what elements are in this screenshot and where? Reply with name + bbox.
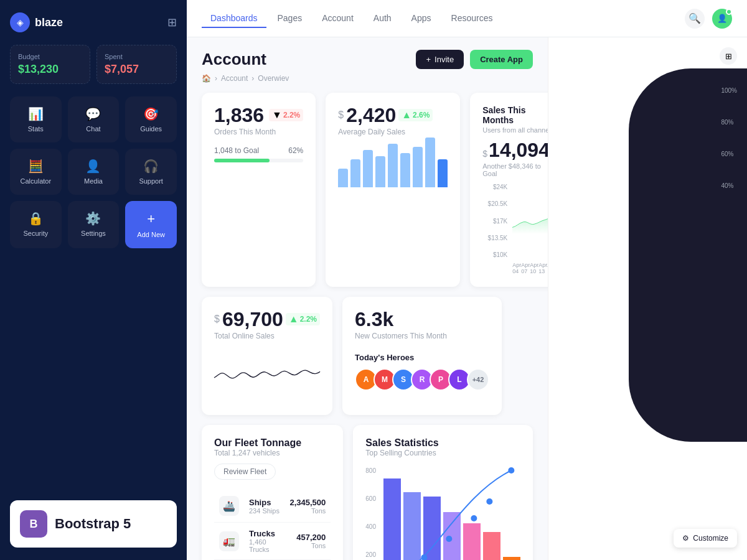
sidebar-item-support[interactable]: 🎧 Support [125,149,177,195]
fleet-section: Our Fleet Tonnage Total 1,247 vehicles R… [202,425,343,560]
orders-card: 1,836 ▼ 2.2% Orders This Month 1,048 to … [202,93,316,287]
dashboard: Account + Invite Create App 🏠 › Account … [187,37,548,560]
svg-point-1 [421,554,428,560]
sidebar-item-settings[interactable]: ⚙️ Settings [68,201,120,248]
bootstrap-badge: B Bootstrap 5 [10,500,177,548]
customize-button[interactable]: ⚙ Customize [674,529,737,548]
daily-sales-badge: ▲ 2.6% [398,109,433,121]
x-label-2: Apr 07 [521,262,530,274]
mini-bar-5 [400,153,410,187]
progress-bar-bg [214,159,303,162]
nav-link-auth[interactable]: Auth [365,9,400,28]
chart-panel-content: ⊞ 100% 80% 60% 40% ⚙ Customize [548,37,747,560]
online-sales-change: 2.2% [300,315,317,324]
trucks-unit: Tons [289,542,326,549]
logo-text: blaze [35,16,63,29]
sidebar-menu-icon[interactable]: ⊞ [167,16,177,29]
bootstrap-label: Bootstrap 5 [55,516,131,532]
nav-link-account[interactable]: Account [313,9,362,28]
daily-sales-label: Average Daily Sales [338,128,448,136]
avatar-indicator [726,9,732,15]
ships-icon: 🚢 [219,496,239,516]
sales-month-prefix: $ [482,149,487,159]
sidebar-item-stats[interactable]: 📊 Stats [10,96,62,142]
ships-name: Ships [249,498,280,507]
sidebar-item-media[interactable]: 👤 Media [68,149,120,195]
sales-month-card: Sales This Months Users from all channel… [470,93,548,287]
mini-bar-4 [388,144,398,187]
sidebar-item-add-new[interactable]: + Add New [125,201,177,248]
media-label: Media [84,177,103,185]
sales-month-title: Sales This Months [482,105,548,125]
mini-bar-7 [425,138,435,187]
y-label-5: $10K [482,251,507,258]
sidebar-item-calculator[interactable]: 🧮 Calculator [10,149,62,195]
review-fleet-button[interactable]: Review Fleet [214,464,276,480]
customize-icon: ⚙ [682,534,689,543]
spent-value: $7,057 [105,63,169,76]
pct-labels: 100% 80% 60% 40% [721,87,737,189]
breadcrumb: 🏠 › Account › Overwiev [202,74,533,83]
guides-label: Guides [140,125,162,133]
mini-bar-chart [338,144,448,187]
settings-label: Settings [81,230,106,237]
breadcrumb-sep2: › [251,74,254,83]
stats-label: Stats [28,125,44,133]
mini-bar-2 [363,150,373,187]
search-button[interactable]: 🔍 [685,9,705,29]
sales-stats-sub: Top Selling Countries [365,449,520,457]
online-sales-arrow: ▲ [289,314,299,325]
nav-link-apps[interactable]: Apps [403,9,440,28]
mini-bar-8 [438,159,448,187]
nav-link-dashboards[interactable]: Dashboards [202,9,266,28]
ships-value: 2,345,500 [289,498,326,507]
chart-icon-1[interactable]: ⊞ [720,47,737,65]
trucks-icon: 🚛 [219,531,239,551]
create-app-button[interactable]: Create App [470,50,533,69]
settings-icon: ⚙️ [85,211,101,226]
bar-y-800: 800 [365,467,376,474]
hero-avatar-count: +42 [467,368,489,391]
goal-pct: 62% [288,146,303,155]
fleet-title: Our Fleet Tonnage [214,437,331,449]
ships-sub: 234 Ships [249,507,280,515]
invite-button[interactable]: + Invite [416,50,464,69]
chat-label: Chat [86,125,100,133]
daily-sales-change: 2.6% [413,111,430,119]
online-sales-prefix: $ [214,314,220,325]
daily-sales-arrow: ▲ [402,110,411,121]
sidebar-item-chat[interactable]: 💬 Chat [68,96,120,142]
security-icon: 🔒 [28,211,44,226]
nav-link-resources[interactable]: Resources [443,9,502,28]
heroes-title: Today's Heroes [355,353,489,362]
mini-bar-1 [350,159,360,187]
progress-section: 1,048 to Goal 62% [214,146,303,162]
mini-bar-0 [338,169,348,187]
sidebar-item-guides[interactable]: 🎯 Guides [125,96,177,142]
user-avatar[interactable]: 👤 [712,9,732,29]
mini-bar-6 [413,147,423,187]
x-label-4: Apr 13 [538,262,547,274]
budget-card: Budget $13,230 [10,45,90,84]
sales-month-goal: Another $48,346 to Goal [482,162,548,177]
orders-label: Orders This Month [214,128,303,136]
orders-change: 2.2% [283,111,300,119]
chart-panel: ⊞ 100% 80% 60% 40% ⚙ Customize [548,37,747,560]
empty-col [512,297,533,415]
nav-link-pages[interactable]: Pages [269,9,311,28]
calculator-label: Calculator [21,177,52,185]
orders-value: 1,836 [214,105,264,125]
sales-bar-chart: 800 600 400 200 [365,467,520,560]
spent-label: Spent [105,53,169,60]
pct-80: 80% [721,119,737,126]
y-label-4: $13.5K [482,235,507,241]
add-new-icon: + [147,211,155,227]
sales-statistics-card: Sales Statistics Top Selling Countries 8… [353,425,533,560]
breadcrumb-home: 🏠 [202,74,211,83]
sidebar-item-security[interactable]: 🔒 Security [10,201,62,248]
page-actions: + Invite Create App [416,50,533,69]
online-sales-card: $ 69,700 ▲ 2.2% Total Online Sales [202,297,332,415]
pct-40: 40% [721,182,737,189]
sidebar-header: ◈ blaze ⊞ [10,12,177,32]
bootstrap-icon: B [20,510,47,538]
